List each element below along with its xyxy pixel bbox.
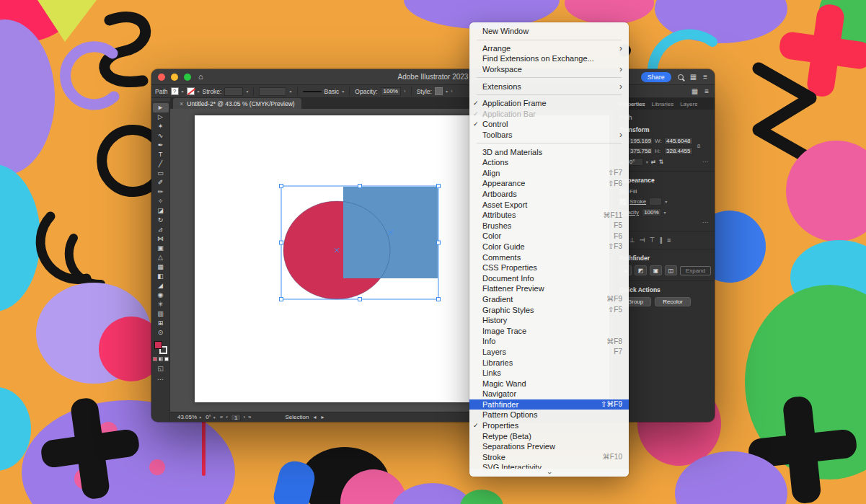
style-panel-chevron-icon[interactable]: ›	[451, 88, 453, 94]
menu-item-flattener-preview[interactable]: Flattener Preview	[469, 283, 629, 294]
menu-item-artboards[interactable]: Artboards	[469, 189, 629, 200]
menu-item-libraries[interactable]: Libraries	[469, 357, 629, 368]
menu-item-actions[interactable]: Actions	[469, 157, 629, 168]
menu-item-gradient[interactable]: Gradient⌘F9	[469, 294, 629, 305]
artboard-tool[interactable]: ⊞	[153, 319, 169, 328]
none-mode-button[interactable]	[164, 357, 169, 361]
workspace-switcher-icon[interactable]: ▦	[690, 74, 697, 81]
menu-item-brushes[interactable]: BrushesF5	[469, 221, 629, 231]
menu-item-magic-wand[interactable]: Magic Wand	[469, 378, 629, 389]
zoom-button[interactable]	[184, 74, 191, 81]
variable-width-caret-icon[interactable]: ▾	[289, 89, 291, 94]
menu-item-appearance[interactable]: Appearance⇧F6	[469, 178, 629, 189]
recolor-button[interactable]: Recolor	[655, 297, 691, 306]
home-icon[interactable]: ⌂	[198, 73, 203, 81]
draw-mode-icon[interactable]: ◱	[157, 365, 164, 372]
artboard-number-field[interactable]: 1	[231, 414, 241, 421]
search-icon[interactable]	[678, 74, 684, 80]
menu-item-attributes[interactable]: Attributes⌘F11	[469, 210, 629, 221]
opacity-panel-chevron-icon[interactable]: ›	[404, 88, 406, 94]
menu-item-css-properties[interactable]: CSS Properties	[469, 262, 629, 273]
menu-item-separations-preview[interactable]: Separations Preview	[469, 441, 629, 452]
menu-scroll-down-icon[interactable]: ›	[469, 469, 629, 477]
rotation-caret-icon[interactable]: ▾	[646, 159, 648, 164]
next-artboard-icon[interactable]: ›	[243, 414, 246, 420]
stroke-link[interactable]: Stroke	[629, 198, 646, 205]
menu-item-properties[interactable]: ✓Properties	[469, 420, 629, 431]
stroke-caret-icon[interactable]: ▾	[198, 89, 200, 94]
symbol-sprayer-tool[interactable]: ✳	[153, 300, 169, 309]
shaper-tool[interactable]: ✧	[153, 197, 169, 206]
toolbar-more-icon[interactable]: ⋯	[157, 376, 164, 383]
menu-item-stroke[interactable]: Stroke⌘F10	[469, 452, 629, 463]
free-transform-tool[interactable]: ▣	[153, 244, 169, 253]
zoom-tool[interactable]: ⊙	[153, 328, 169, 337]
preferences-icon[interactable]: ≡	[704, 88, 709, 95]
y-field[interactable]: 375.758	[628, 147, 653, 155]
transform-more-options-icon[interactable]: ⋯	[702, 159, 709, 165]
flip-vertical-icon[interactable]: ⇅	[658, 159, 663, 165]
menu-item-navigator[interactable]: Navigator	[469, 389, 629, 399]
status-prev-icon[interactable]: ◂	[313, 414, 317, 420]
column-graph-tool[interactable]: ▥	[153, 309, 169, 319]
exclude-button[interactable]: ◫	[665, 265, 677, 275]
close-button[interactable]	[158, 74, 165, 81]
stroke-weight-stepper[interactable]	[649, 198, 662, 205]
menu-item-workspace[interactable]: Workspace›	[469, 64, 629, 75]
menu-item-asset-export[interactable]: Asset Export	[469, 199, 629, 210]
magic-wand-tool[interactable]: ✶	[153, 122, 169, 131]
eyedropper-tool[interactable]: ◢	[153, 281, 169, 291]
align-icon-1[interactable]: ⊥	[629, 236, 635, 244]
menu-item-pathfinder[interactable]: Pathfinder⇧⌘F9	[469, 399, 629, 410]
opacity-caret-icon[interactable]: ▾	[664, 210, 666, 215]
align-icon-4[interactable]: ∥	[659, 236, 663, 244]
rotation-field[interactable]: 0°	[627, 158, 643, 166]
link-dimensions-icon[interactable]: 8	[695, 143, 702, 149]
mesh-tool[interactable]: ▦	[153, 262, 169, 272]
menu-item-control[interactable]: ✓Control	[469, 119, 629, 130]
menu-item-3d-and-materials[interactable]: 3D and Materials	[469, 146, 629, 157]
menu-item-arrange[interactable]: Arrange›	[469, 43, 629, 54]
brush-name[interactable]: Basic	[324, 88, 340, 95]
document-tab[interactable]: × Untitled-2* @ 43.05 % (CMYK/Preview)	[173, 98, 301, 109]
minus-front-button[interactable]: ◩	[635, 265, 647, 275]
color-mode-button[interactable]	[153, 357, 157, 361]
selection-tool[interactable]: ►	[153, 103, 169, 112]
lasso-tool[interactable]: ∿	[153, 131, 169, 141]
stroke-weight-caret-icon[interactable]: ▾	[665, 199, 667, 204]
share-button[interactable]: Share	[641, 72, 671, 82]
intersect-button[interactable]: ▣	[650, 265, 662, 275]
opacity-field[interactable]: 100%	[381, 87, 401, 96]
zoom-level-dropdown[interactable]: 43.05%▾	[177, 414, 201, 420]
menu-item-graphic-styles[interactable]: Graphic Styles⇧F5	[469, 304, 629, 315]
menu-item-info[interactable]: Info⌘F8	[469, 336, 629, 347]
flip-horizontal-icon[interactable]: ⇄	[651, 159, 656, 165]
menu-item-links[interactable]: Links	[469, 368, 629, 379]
type-tool[interactable]: T	[153, 150, 169, 159]
rectangle-tool[interactable]: ▭	[153, 169, 169, 178]
document-setup-icon[interactable]: ▦	[692, 88, 698, 95]
menu-item-layers[interactable]: LayersF7	[469, 347, 629, 358]
rotate-tool[interactable]: ↻	[153, 216, 169, 225]
paintbrush-tool[interactable]: ✐	[153, 178, 169, 187]
pencil-tool[interactable]: ✏	[153, 187, 169, 197]
menu-item-new-window[interactable]: New Window	[469, 26, 629, 37]
tab-layers[interactable]: Layers	[680, 101, 697, 107]
align-icon-3[interactable]: ⊤	[650, 236, 655, 244]
last-artboard-icon[interactable]: »	[248, 414, 252, 420]
menu-item-image-trace[interactable]: Image Trace	[469, 325, 629, 336]
status-next-icon[interactable]: ▸	[321, 414, 324, 420]
w-field[interactable]: 445.6048	[664, 137, 693, 145]
fill-caret-icon[interactable]: ▾	[182, 89, 184, 94]
prev-artboard-icon[interactable]: ‹	[226, 414, 229, 420]
menu-item-align[interactable]: Align⇧F7	[469, 168, 629, 179]
expand-button[interactable]: Expand	[680, 266, 711, 275]
rotation-dropdown[interactable]: 0°▾	[206, 414, 216, 420]
x-field[interactable]: 195.169	[628, 137, 653, 145]
fill-stroke-indicator[interactable]	[154, 341, 167, 354]
brush-caret-icon[interactable]: ▾	[342, 89, 344, 94]
stroke-swatch[interactable]	[187, 87, 195, 95]
gradient-mode-button[interactable]	[159, 357, 163, 361]
panel-opacity-field[interactable]: 100%	[642, 208, 660, 216]
pen-tool[interactable]: ✒	[153, 141, 169, 150]
